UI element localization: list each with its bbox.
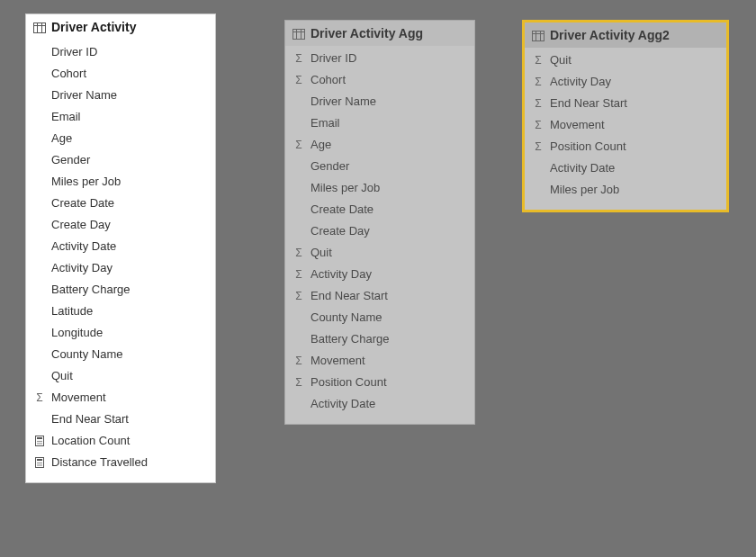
sigma-icon: Σ	[292, 290, 306, 302]
field-label: Create Date	[51, 195, 114, 211]
field-label: Quit	[51, 368, 73, 384]
table-icon	[292, 28, 305, 39]
table-header[interactable]: Driver Activity Agg	[285, 21, 474, 46]
field-row[interactable]: ·Driver Name	[285, 91, 474, 112]
field-row[interactable]: ΣQuit	[285, 242, 474, 264]
field-label: Longitude	[51, 325, 103, 341]
field-row[interactable]: ·County Name	[26, 344, 215, 365]
field-row[interactable]: ·Email	[285, 112, 474, 134]
sigma-icon: Σ	[292, 139, 306, 151]
table-header[interactable]: Driver Activity Agg2	[525, 22, 726, 48]
field-label: Activity Day	[51, 260, 112, 276]
field-row[interactable]: ·Battery Charge	[285, 328, 474, 350]
svg-point-10	[39, 443, 40, 444]
field-row[interactable]: ·Email	[26, 106, 215, 128]
svg-point-8	[40, 441, 41, 442]
field-label: Gender	[310, 158, 349, 175]
field-row[interactable]: ΣEnd Near Start	[285, 285, 474, 307]
table-header[interactable]: Driver Activity	[26, 14, 215, 40]
field-label: Quit	[550, 52, 572, 68]
svg-rect-13	[37, 459, 42, 461]
field-label: Create Date	[310, 202, 374, 218]
field-row[interactable]: Distance Travelled	[26, 452, 215, 473]
svg-point-6	[37, 441, 38, 442]
field-list: ·Driver ID ·Cohort ·Driver Name ·Email ·…	[26, 40, 215, 482]
svg-point-9	[37, 443, 38, 444]
field-row[interactable]: ΣDriver ID	[285, 48, 474, 69]
field-row[interactable]: ·Driver Name	[26, 85, 215, 106]
field-row[interactable]: ΣEnd Near Start	[525, 93, 726, 114]
field-row[interactable]: ΣPosition Count	[525, 136, 726, 157]
field-row[interactable]: ·Driver ID	[26, 41, 215, 63]
table-title: Driver Activity Agg	[310, 26, 423, 40]
field-label: Driver ID	[310, 50, 356, 67]
field-row[interactable]: ·Create Day	[26, 214, 215, 236]
sigma-icon: Σ	[531, 140, 545, 153]
field-label: Battery Charge	[51, 282, 130, 298]
field-row[interactable]: ΣMovement	[26, 387, 215, 409]
field-row[interactable]: ·Create Day	[285, 220, 474, 242]
field-row[interactable]: ·Create Date	[26, 193, 215, 214]
field-label: Driver ID	[51, 44, 97, 60]
table-card-driver-activity[interactable]: Driver Activity ·Driver ID ·Cohort ·Driv…	[25, 13, 216, 483]
sigma-icon: Σ	[292, 74, 306, 86]
field-list: ΣDriver ID ΣCohort ·Driver Name ·Email Σ…	[285, 46, 474, 424]
field-label: End Near Start	[550, 95, 627, 112]
sigma-icon: Σ	[292, 247, 306, 259]
field-row[interactable]: ΣMovement	[525, 114, 726, 136]
field-label: Movement	[550, 117, 605, 133]
field-row[interactable]: ΣPosition Count	[285, 372, 474, 393]
field-row[interactable]: ΣActivity Day	[285, 264, 474, 285]
field-row[interactable]: Location Count	[26, 430, 215, 452]
sigma-icon: Σ	[531, 54, 545, 67]
calculator-icon	[32, 435, 47, 447]
field-row[interactable]: ·Activity Date	[525, 157, 726, 179]
field-row[interactable]: ·End Near Start	[26, 409, 215, 430]
field-row[interactable]: ·Activity Date	[26, 236, 215, 257]
field-label: Miles per Job	[550, 182, 619, 198]
table-card-driver-activity-agg[interactable]: Driver Activity Agg ΣDriver ID ΣCohort ·…	[284, 20, 475, 425]
field-row[interactable]: ·Miles per Job	[285, 177, 474, 199]
field-row[interactable]: ·Miles per Job	[26, 171, 215, 193]
field-label: Battery Charge	[310, 331, 389, 347]
svg-point-19	[40, 464, 41, 465]
field-label: Create Day	[51, 217, 111, 233]
field-row[interactable]: ·Miles per Job	[525, 179, 726, 201]
field-row[interactable]: ΣAge	[285, 134, 474, 156]
field-label: Age	[51, 130, 72, 147]
field-row[interactable]: ·Latitude	[26, 301, 215, 322]
field-row[interactable]: ΣQuit	[525, 49, 726, 71]
table-card-driver-activity-agg2[interactable]: Driver Activity Agg2 ΣQuit ΣActivity Day…	[522, 20, 729, 212]
field-row[interactable]: ·Create Date	[285, 199, 474, 220]
field-row[interactable]: ·Activity Day	[26, 257, 215, 279]
field-row[interactable]: ΣMovement	[285, 350, 474, 372]
field-row[interactable]: ·Longitude	[26, 322, 215, 344]
field-label: Position Count	[550, 139, 626, 155]
field-label: End Near Start	[51, 411, 129, 427]
field-row[interactable]: ·Gender	[26, 149, 215, 171]
field-label: Quit	[310, 245, 332, 261]
field-row[interactable]: ·Gender	[285, 156, 474, 177]
field-row[interactable]: ΣActivity Day	[525, 71, 726, 93]
field-label: Gender	[51, 152, 90, 168]
field-row[interactable]: ·Battery Charge	[26, 279, 215, 301]
field-row[interactable]: ·Age	[26, 128, 215, 149]
field-label: Position Count	[310, 374, 387, 391]
field-label: Activity Date	[310, 396, 375, 412]
field-label: Driver Name	[51, 87, 117, 103]
field-label: County Name	[51, 346, 122, 363]
field-row[interactable]: ΣCohort	[285, 69, 474, 91]
field-row[interactable]: ·County Name	[285, 307, 474, 328]
sigma-icon: Σ	[292, 376, 306, 389]
sigma-icon: Σ	[292, 52, 306, 65]
field-row[interactable]: ·Activity Date	[285, 393, 474, 415]
sigma-icon: Σ	[531, 119, 545, 131]
svg-rect-5	[37, 437, 42, 439]
field-label: Activity Date	[51, 238, 116, 255]
field-label: Movement	[310, 353, 365, 369]
field-label: Miles per Job	[310, 180, 380, 196]
field-label: Age	[310, 137, 331, 153]
field-row[interactable]: ·Cohort	[26, 63, 215, 85]
field-row[interactable]: ·Quit	[26, 365, 215, 387]
svg-rect-0	[34, 23, 46, 33]
